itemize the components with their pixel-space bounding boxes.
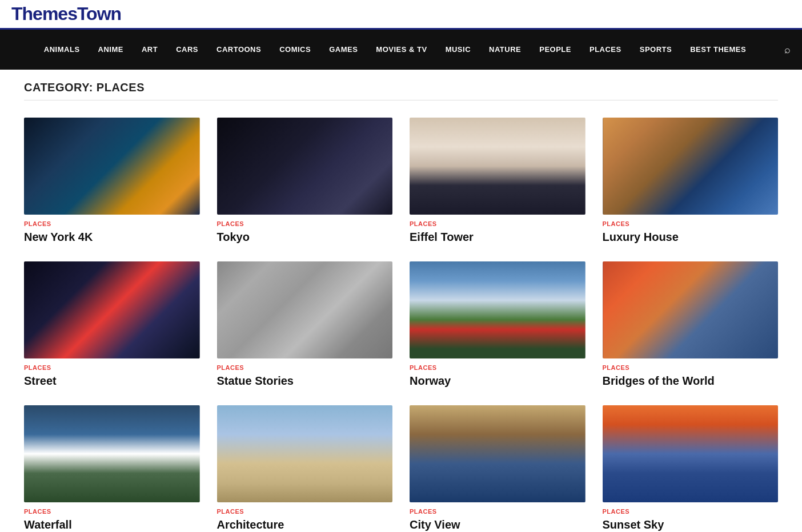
nav-link-art[interactable]: ART: [133, 30, 167, 70]
card-cityscape[interactable]: PLACESCity View: [410, 405, 586, 532]
nav-item-comics[interactable]: COMICS: [270, 30, 320, 70]
card-norway[interactable]: PLACESNorway: [410, 261, 586, 388]
main-nav: ANIMALSANIMEARTCARSCARTOONSCOMICSGAMESMO…: [0, 30, 802, 70]
card-title-newyork[interactable]: New York 4K: [24, 229, 200, 244]
card-title-building1[interactable]: Architecture: [217, 517, 393, 532]
category-title: CATEGORY: PLACES: [24, 81, 778, 100]
card-luxury[interactable]: PLACESLuxury House: [603, 118, 779, 244]
nav-link-people[interactable]: PEOPLE: [530, 30, 580, 70]
card-title-sunset[interactable]: Sunset Sky: [603, 517, 779, 532]
nav-link-games[interactable]: GAMES: [320, 30, 367, 70]
card-image-building1: [217, 405, 393, 502]
logo-bar: ThemesTown: [0, 0, 802, 30]
card-category-statue: PLACES: [217, 364, 393, 371]
nav-item-best-themes[interactable]: BEST THEMES: [681, 30, 755, 70]
card-title-street[interactable]: Street: [24, 373, 200, 388]
card-category-eiffel: PLACES: [410, 220, 586, 227]
card-category-tokyo: PLACES: [217, 220, 393, 227]
nav-item-sports[interactable]: SPORTS: [631, 30, 681, 70]
card-img-placeholder-statue: [217, 261, 393, 358]
nav-link-best-themes[interactable]: BEST THEMES: [681, 30, 755, 70]
card-img-placeholder-norway: [410, 261, 586, 358]
nav-item-animals[interactable]: ANIMALS: [35, 30, 89, 70]
card-title-cityscape[interactable]: City View: [410, 517, 586, 532]
nav-link-sports[interactable]: SPORTS: [631, 30, 681, 70]
card-category-waterfall: PLACES: [24, 508, 200, 515]
card-category-norway: PLACES: [410, 364, 586, 371]
site-logo[interactable]: ThemesTown: [11, 3, 121, 24]
card-image-statue: [217, 261, 393, 358]
card-image-sunset: [603, 405, 779, 502]
card-category-cityscape: PLACES: [410, 508, 586, 515]
nav-link-nature[interactable]: NATURE: [480, 30, 530, 70]
card-category-street: PLACES: [24, 364, 200, 371]
card-title-statue[interactable]: Statue Stories: [217, 373, 393, 388]
nav-item-people[interactable]: PEOPLE: [530, 30, 580, 70]
card-img-placeholder-newyork: [24, 118, 200, 215]
card-image-cityscape: [410, 405, 586, 502]
card-category-bridges: PLACES: [603, 364, 779, 371]
card-image-eiffel: [410, 118, 586, 215]
card-img-placeholder-tokyo: [217, 118, 393, 215]
card-title-waterfall[interactable]: Waterfall: [24, 517, 200, 532]
card-category-newyork: PLACES: [24, 220, 200, 227]
card-image-tokyo: [217, 118, 393, 215]
card-bridges[interactable]: PLACESBridges of the World: [603, 261, 779, 388]
nav-link-movies-tv[interactable]: MOVIES & TV: [367, 30, 436, 70]
nav-link-animals[interactable]: ANIMALS: [35, 30, 89, 70]
card-img-placeholder-street: [24, 261, 200, 358]
card-category-luxury: PLACES: [603, 220, 779, 227]
card-category-sunset: PLACES: [603, 508, 779, 515]
search-icon[interactable]: ⌕: [784, 44, 791, 56]
card-img-placeholder-waterfall: [24, 405, 200, 502]
nav-link-music[interactable]: MUSIC: [436, 30, 480, 70]
card-image-waterfall: [24, 405, 200, 502]
card-category-building1: PLACES: [217, 508, 393, 515]
nav-link-anime[interactable]: ANIME: [89, 30, 133, 70]
card-title-eiffel[interactable]: Eiffel Tower: [410, 229, 586, 244]
card-image-street: [24, 261, 200, 358]
nav-item-art[interactable]: ART: [133, 30, 167, 70]
card-title-tokyo[interactable]: Tokyo: [217, 229, 393, 244]
card-image-bridges: [603, 261, 779, 358]
nav-item-cartoons[interactable]: CARTOONS: [207, 30, 270, 70]
nav-item-cars[interactable]: CARS: [167, 30, 207, 70]
page-content: CATEGORY: PLACES PLACESNew York 4KPLACES…: [7, 70, 795, 532]
nav-link-places[interactable]: PLACES: [580, 30, 631, 70]
card-tokyo[interactable]: PLACESTokyo: [217, 118, 393, 244]
card-image-luxury: [603, 118, 779, 215]
card-eiffel[interactable]: PLACESEiffel Tower: [410, 118, 586, 244]
nav-item-games[interactable]: GAMES: [320, 30, 367, 70]
nav-item-movies-tv[interactable]: MOVIES & TV: [367, 30, 436, 70]
card-title-bridges[interactable]: Bridges of the World: [603, 373, 779, 388]
card-street[interactable]: PLACESStreet: [24, 261, 200, 388]
card-statue[interactable]: PLACESStatue Stories: [217, 261, 393, 388]
card-title-norway[interactable]: Norway: [410, 373, 586, 388]
card-img-placeholder-eiffel: [410, 118, 586, 215]
card-img-placeholder-bridges: [603, 261, 779, 358]
nav-list: ANIMALSANIMEARTCARSCARTOONSCOMICSGAMESMO…: [11, 30, 779, 70]
card-newyork[interactable]: PLACESNew York 4K: [24, 118, 200, 244]
card-img-placeholder-luxury: [603, 118, 779, 215]
nav-item-nature[interactable]: NATURE: [480, 30, 530, 70]
nav-item-music[interactable]: MUSIC: [436, 30, 480, 70]
nav-link-cartoons[interactable]: CARTOONS: [207, 30, 270, 70]
card-sunset[interactable]: PLACESSunset Sky: [603, 405, 779, 532]
card-title-luxury[interactable]: Luxury House: [603, 229, 779, 244]
nav-link-comics[interactable]: COMICS: [270, 30, 320, 70]
card-building1[interactable]: PLACESArchitecture: [217, 405, 393, 532]
nav-item-places[interactable]: PLACES: [580, 30, 631, 70]
card-image-norway: [410, 261, 586, 358]
card-img-placeholder-cityscape: [410, 405, 586, 502]
card-img-placeholder-building1: [217, 405, 393, 502]
nav-item-anime[interactable]: ANIME: [89, 30, 133, 70]
card-waterfall[interactable]: PLACESWaterfall: [24, 405, 200, 532]
cards-grid: PLACESNew York 4KPLACESTokyoPLACESEiffel…: [24, 118, 778, 532]
card-image-newyork: [24, 118, 200, 215]
nav-link-cars[interactable]: CARS: [167, 30, 207, 70]
card-img-placeholder-sunset: [603, 405, 779, 502]
